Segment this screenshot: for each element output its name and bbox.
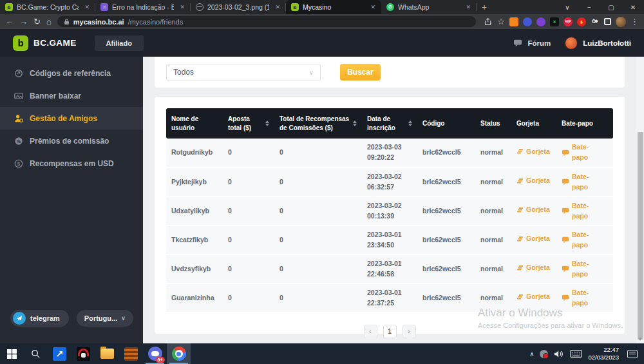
coins-icon (516, 178, 524, 185)
recording-indicator-icon[interactable] (540, 350, 548, 358)
tab-close-icon[interactable]: ✕ (464, 3, 473, 11)
taskbar-game-app[interactable] (71, 343, 95, 364)
tab-title: Mycasino (303, 3, 365, 11)
sort-icon[interactable] (265, 120, 269, 126)
tab-search-icon[interactable]: ∨ (556, 0, 578, 14)
taskbar-striped-app[interactable] (119, 343, 143, 364)
taskbar-remote-app[interactable] (48, 343, 71, 364)
keyboard-icon[interactable] (570, 350, 582, 358)
browser-profile-avatar[interactable] (616, 17, 626, 27)
blue-extension-icon[interactable] (523, 17, 532, 26)
share-icon[interactable] (484, 17, 493, 26)
sidebar-item-gestao-de-amigos[interactable]: Gestão de Amigos (0, 107, 143, 129)
taskbar-clock[interactable]: 22:47 02/03/2023 (588, 346, 619, 361)
red-hand-extension-icon[interactable]: ✋ (577, 17, 586, 26)
chat-link[interactable]: Bate-papo (556, 225, 613, 254)
sidebar-item-label: Banner baixar (30, 91, 81, 101)
sort-icon[interactable] (408, 120, 412, 126)
scrollbar-thumb[interactable] (638, 132, 643, 340)
close-window-button[interactable]: ✕ (622, 0, 644, 14)
scrollbar-down-arrow[interactable]: ▼ (636, 336, 644, 342)
tab-close-icon[interactable]: ✕ (178, 3, 187, 11)
next-page-button[interactable]: › (402, 325, 416, 338)
bcgame-favicon: b (291, 3, 299, 11)
tip-link[interactable]: Gorjeta (511, 168, 556, 196)
cell-date: 2023-03-0123:34:50 (362, 225, 417, 254)
bookmark-star-icon[interactable]: ☆ (497, 17, 505, 26)
address-bar[interactable]: mycasino.bc.ai/mycasino/friends (57, 16, 477, 27)
chat-bubble-icon (562, 207, 569, 215)
sidebar-item-recompensas-em-usd[interactable]: $ Recompensas em USD (0, 152, 143, 175)
tip-link[interactable]: Gorjeta (511, 254, 556, 283)
link-icon (14, 69, 23, 78)
chat-link[interactable]: Bate-papo (556, 254, 613, 283)
coins-icon (516, 265, 524, 272)
window-controls: ∨ − ▢ ✕ (556, 0, 644, 14)
minimize-button[interactable]: − (578, 0, 600, 14)
green-x-extension-icon[interactable]: x (550, 17, 559, 26)
start-button[interactable] (0, 343, 24, 364)
sidebar-item-banner-baixar[interactable]: Banner baixar (0, 84, 143, 107)
browser-tab-erro-indicacao[interactable]: ≡ Erro na Indicação - BC.Game ✕ (95, 0, 191, 14)
browser-tab-whatsapp[interactable]: ✆ WhatsApp ✕ (381, 0, 477, 14)
col-bet-total[interactable]: Aposta total ($) (223, 108, 274, 139)
forum-chat-icon[interactable] (513, 39, 522, 47)
white-square-extension-icon[interactable] (604, 18, 611, 25)
chat-link[interactable]: Bate-papo (556, 168, 613, 196)
page-scrollbar[interactable]: ▼ (636, 57, 644, 343)
buscar-button[interactable]: Buscar (340, 64, 381, 81)
bcgame-logo-icon[interactable]: b (13, 35, 28, 51)
sidebar-item-codigos-de-referencia[interactable]: Códigos de referência (0, 62, 143, 84)
site-logo-text[interactable]: BC.GAME (33, 38, 77, 48)
tab-close-icon[interactable]: ✕ (82, 3, 91, 11)
browser-tab-bcgame[interactable]: b BC.Game: Crypto Casino Gan ✕ (0, 0, 95, 14)
telegram-button[interactable]: telegram (10, 310, 69, 327)
adblock-plus-extension-icon[interactable]: ABP (564, 17, 573, 26)
sort-icon[interactable] (353, 120, 357, 126)
home-button[interactable]: ⌂ (46, 17, 52, 26)
coins-icon (516, 294, 524, 301)
taskbar-chrome[interactable] (167, 343, 191, 364)
extensions-puzzle-icon[interactable]: ⚩ (591, 17, 600, 26)
action-center-icon[interactable] (627, 350, 638, 358)
tip-link[interactable]: Gorjeta (511, 139, 556, 168)
tray-chevron-up-icon[interactable]: ∧ (529, 350, 534, 358)
sidebar-item-premios-de-comissao[interactable]: % Prêmios de comissão (0, 129, 143, 152)
username-label[interactable]: LuizBortolotti (583, 39, 631, 47)
tab-close-icon[interactable]: ✕ (368, 3, 377, 11)
forward-button[interactable]: → (19, 17, 28, 26)
browser-tab-png[interactable]: 2023-03-02_3.png (1024×76 ✕ (191, 0, 286, 14)
language-selector[interactable]: Portugu... ∨ (77, 310, 133, 327)
speaker-icon[interactable] (554, 350, 564, 358)
prev-page-button[interactable]: ‹ (364, 325, 377, 338)
taskbar-search-button[interactable] (24, 343, 48, 364)
svg-text:%: % (17, 139, 21, 143)
browser-tab-mycasino-active[interactable]: b Mycasino ✕ (286, 0, 381, 14)
afiliado-nav-button[interactable]: Afiliado (95, 35, 144, 51)
user-avatar[interactable] (565, 37, 578, 50)
taskbar-file-explorer[interactable] (95, 343, 119, 364)
forum-link[interactable]: Fórum (527, 39, 551, 47)
new-tab-button[interactable]: ＋ (477, 0, 492, 14)
current-page[interactable]: 1 (383, 325, 397, 338)
reload-button[interactable]: ↻ (33, 17, 41, 26)
chat-link[interactable]: Bate-papo (556, 139, 613, 168)
cell-code: brlc62wccl5 (417, 196, 475, 225)
maximize-button[interactable]: ▢ (600, 0, 622, 14)
filter-dropdown[interactable]: Todos ∨ (166, 64, 321, 81)
metamask-extension-icon[interactable] (509, 17, 518, 26)
windows-taskbar: 9+ ∧ 22:47 02/03/2023 (0, 343, 644, 364)
col-signup-date[interactable]: Data de inscrição (362, 108, 417, 139)
tip-link[interactable]: Gorjeta (511, 196, 556, 225)
col-commission-rewards[interactable]: Total de Recompensas de Comissões ($) (274, 108, 362, 139)
browser-menu-icon[interactable]: ⋮ (630, 17, 639, 26)
back-button[interactable]: ← (5, 17, 14, 26)
cell-username: Pyjktejikyb (166, 168, 223, 196)
taskbar-discord[interactable]: 9+ (143, 343, 167, 364)
search-icon (31, 349, 41, 359)
tab-close-icon[interactable]: ✕ (273, 3, 282, 11)
tip-link[interactable]: Gorjeta (511, 225, 556, 254)
chat-link[interactable]: Bate-papo (556, 196, 613, 225)
cell-username: Guaranizinha (166, 283, 223, 312)
purple-extension-icon[interactable] (536, 17, 545, 26)
